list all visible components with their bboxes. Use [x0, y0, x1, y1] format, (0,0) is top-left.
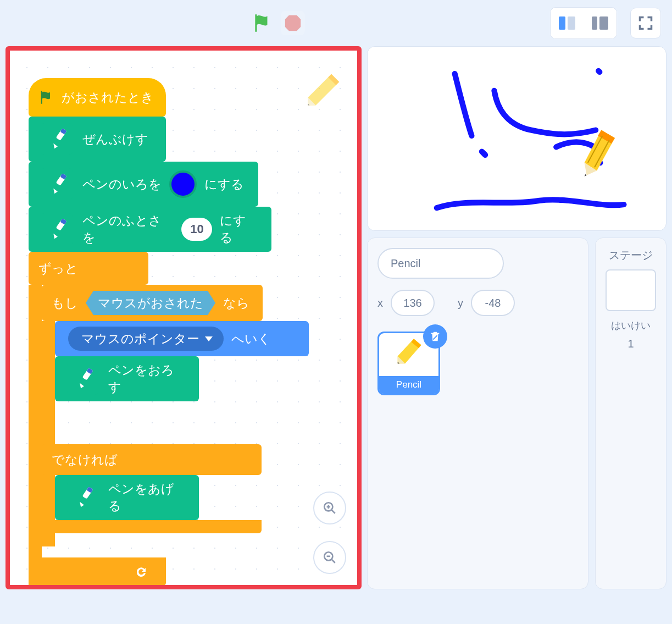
- when-flag-clicked-block[interactable]: がおされたとき: [29, 78, 166, 117]
- pen-color-swatch[interactable]: [169, 170, 197, 198]
- svg-line-25: [331, 510, 335, 513]
- forever-arm: [29, 285, 42, 589]
- zoom-in-icon: [323, 501, 337, 515]
- pen-extension-icon: [41, 168, 73, 200]
- block-label-suffix: へいく: [231, 330, 271, 347]
- fullscreen-button[interactable]: [630, 8, 661, 38]
- backdrops-label: はいけい: [606, 319, 656, 332]
- fullscreen-icon: [638, 15, 653, 31]
- block-label: がおされたとき: [62, 89, 154, 106]
- sprite-x-input[interactable]: [391, 290, 435, 316]
- x-label: x: [377, 297, 383, 310]
- sprite-tile[interactable]: Pencil: [377, 332, 440, 395]
- zoom-out-icon: [323, 550, 337, 565]
- y-label: y: [458, 297, 463, 310]
- svg-rect-1: [559, 16, 565, 30]
- stage-size-toggle: [550, 7, 617, 39]
- green-flag-icon: [252, 13, 273, 34]
- svg-line-29: [331, 559, 335, 563]
- svg-marker-23: [80, 502, 84, 507]
- stage-preview[interactable]: [367, 46, 667, 231]
- forever-footer: [29, 557, 166, 586]
- trash-icon: [429, 330, 441, 343]
- stage-thumbnail[interactable]: [606, 269, 656, 311]
- large-stage-button[interactable]: [584, 8, 617, 38]
- stop-icon: [284, 14, 302, 32]
- stop-button[interactable]: [281, 11, 305, 35]
- sprite-info-panel: x y Pencil: [367, 238, 588, 589]
- if-footer: [42, 520, 262, 533]
- if-label: もし: [52, 295, 78, 312]
- dropdown-label: マウスのポインター: [81, 330, 199, 347]
- block-label: ペンをあげる: [108, 481, 187, 515]
- stage-panel: ステージ はいけい 1: [595, 238, 667, 589]
- script-editor[interactable]: がおされたとき ぜんぶけす ペンのいろを にする: [5, 46, 362, 589]
- svg-marker-0: [285, 15, 300, 31]
- pen-extension-icon: [41, 213, 73, 245]
- mouse-down-block[interactable]: マウスがおされた: [86, 291, 215, 315]
- svg-marker-34: [585, 174, 587, 176]
- delete-sprite-button[interactable]: [423, 324, 447, 349]
- small-stage-button[interactable]: [551, 8, 584, 38]
- pencil-icon: [394, 338, 424, 367]
- zoom-controls: [313, 492, 346, 574]
- svg-rect-3: [592, 16, 597, 30]
- block-label: ぜんぶけす: [82, 131, 148, 148]
- pen-up-block[interactable]: ペンをあげる: [55, 475, 199, 520]
- set-pen-color-block[interactable]: ペンのいろを にする: [29, 162, 258, 207]
- zoom-in-button[interactable]: [313, 492, 346, 524]
- top-toolbar: [0, 0, 672, 46]
- sprite-y-input[interactable]: [471, 290, 515, 316]
- if-else-block[interactable]: もし マウスがおされた なら マウスのポインター へいく: [42, 285, 336, 401]
- small-stage-icon: [559, 16, 575, 30]
- chevron-down-icon: [205, 336, 213, 341]
- pen-extension-icon: [67, 363, 98, 395]
- pen-size-input[interactable]: 10: [181, 218, 212, 241]
- then-label: なら: [223, 295, 249, 312]
- block-label-prefix: ペンのふとさを: [82, 212, 174, 246]
- sprite-tile-label: Pencil: [379, 376, 438, 394]
- forever-block[interactable]: ずっと: [29, 252, 148, 285]
- if-arm: [42, 321, 55, 546]
- block-label-suffix: にする: [220, 212, 259, 246]
- erase-all-block[interactable]: ぜんぶけす: [29, 117, 166, 162]
- pen-extension-icon: [41, 123, 73, 155]
- svg-marker-17: [53, 234, 58, 239]
- right-column: x y Pencil: [367, 46, 667, 589]
- block-label-suffix: にする: [204, 176, 244, 193]
- zoom-out-button[interactable]: [313, 541, 346, 574]
- svg-rect-2: [568, 16, 575, 30]
- green-flag-icon: [38, 90, 54, 105]
- svg-marker-20: [80, 383, 84, 389]
- goto-target-dropdown[interactable]: マウスのポインター: [68, 327, 224, 351]
- sprite-name-input[interactable]: [377, 248, 504, 279]
- pen-down-block[interactable]: ペンをおろす: [55, 356, 199, 401]
- block-label: ずっと: [38, 260, 78, 277]
- large-stage-icon: [592, 16, 608, 30]
- set-pen-size-block[interactable]: ペンのふとさを 10 にする: [29, 207, 271, 252]
- block-label: ペンをおろす: [108, 362, 187, 396]
- if-header[interactable]: もし マウスがおされた なら: [42, 285, 263, 321]
- backdrops-count: 1: [606, 338, 656, 350]
- goto-mouse-pointer-block[interactable]: マウスのポインター へいく: [55, 321, 309, 356]
- script-stack[interactable]: がおされたとき ぜんぶけす ペンのいろを にする: [29, 78, 336, 401]
- else-header[interactable]: でなければ: [42, 444, 262, 475]
- svg-marker-11: [53, 143, 58, 149]
- else-label: でなければ: [52, 451, 118, 468]
- stage-canvas: [372, 51, 662, 226]
- pen-extension-icon: [67, 482, 98, 513]
- svg-rect-4: [599, 16, 608, 30]
- stage-title: ステージ: [606, 248, 656, 263]
- green-flag-button[interactable]: [250, 11, 274, 35]
- block-label: マウスがおされた: [98, 295, 203, 312]
- loop-arrow-icon: [133, 565, 149, 578]
- block-label-prefix: ペンのいろを: [82, 176, 162, 193]
- svg-marker-14: [53, 189, 58, 194]
